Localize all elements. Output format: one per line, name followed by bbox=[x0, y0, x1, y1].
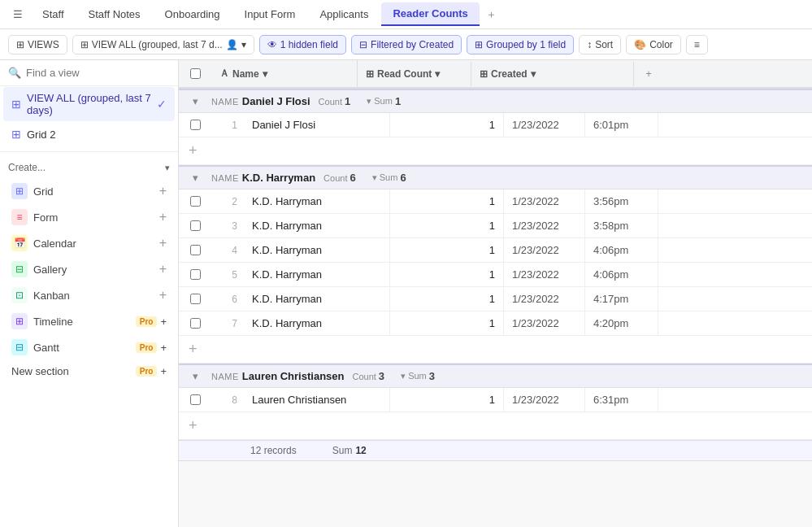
add-tab-button[interactable]: ＋ bbox=[481, 4, 502, 25]
select-all-checkbox[interactable] bbox=[190, 68, 201, 79]
row-checkbox[interactable] bbox=[179, 196, 211, 207]
add-calendar-button[interactable]: + bbox=[159, 236, 167, 250]
header-checkbox[interactable] bbox=[179, 62, 211, 85]
view-all-button[interactable]: ⊞ VIEW ALL (grouped, last 7 d... 👤 ▾ bbox=[72, 35, 254, 54]
check-icon: ✓ bbox=[157, 98, 167, 111]
table-row[interactable]: 8 Lauren Christiansen 1 1/23/2022 6:31pm bbox=[179, 388, 812, 412]
kanban-create-icon: ⊡ bbox=[11, 287, 28, 303]
table-row[interactable]: 4 K.D. Harryman 1 1/23/2022 4:06pm bbox=[179, 238, 812, 263]
group-count-label: Count bbox=[323, 173, 347, 183]
view-all-label: VIEW ALL (grouped, last 7 d... bbox=[92, 39, 223, 50]
create-gantt-item[interactable]: ⊟ Gantt Pro + bbox=[3, 335, 175, 359]
add-gallery-button[interactable]: + bbox=[159, 262, 167, 277]
tab-input-form[interactable]: Input Form bbox=[233, 3, 307, 25]
person-icon: 👤 bbox=[226, 39, 238, 50]
add-kanban-button[interactable]: + bbox=[159, 288, 167, 303]
row-select-checkbox[interactable] bbox=[190, 220, 201, 231]
add-row-button[interactable]: + bbox=[179, 339, 207, 359]
col-readcount-sort-icon: ▾ bbox=[435, 68, 440, 80]
row-checkbox[interactable] bbox=[179, 294, 211, 304]
hidden-field-button[interactable]: 👁 1 hidden field bbox=[259, 35, 346, 54]
tab-onboarding[interactable]: Onboarding bbox=[154, 3, 232, 25]
color-label: Color bbox=[649, 39, 673, 50]
add-grid-button[interactable]: + bbox=[159, 184, 167, 198]
add-col-button[interactable]: + bbox=[634, 68, 663, 80]
create-calendar-item[interactable]: 📅 Calendar + bbox=[3, 231, 175, 255]
filter-button[interactable]: ⊟ Filtered by Created bbox=[351, 35, 462, 54]
row-checkbox[interactable] bbox=[179, 120, 211, 130]
add-new-section-button[interactable]: + bbox=[160, 365, 167, 377]
cell-created-date: 1/23/2022 bbox=[504, 311, 585, 335]
tab-reader-counts[interactable]: Reader Counts bbox=[381, 2, 479, 26]
create-gallery-item[interactable]: ⊟ Gallery + bbox=[3, 257, 175, 281]
group-toggle[interactable]: ▾ bbox=[179, 172, 211, 184]
row-select-checkbox[interactable] bbox=[190, 196, 201, 207]
table-row[interactable]: 5 K.D. Harryman 1 1/23/2022 4:06pm bbox=[179, 263, 812, 287]
col-readcount-label: Read Count bbox=[377, 68, 432, 80]
new-section-pro-add: Pro + bbox=[136, 365, 167, 377]
views-label: VIEWS bbox=[28, 39, 59, 50]
table-row[interactable]: 3 K.D. Harryman 1 1/23/2022 3:58pm bbox=[179, 214, 812, 238]
create-section-header[interactable]: Create... ▾ bbox=[0, 157, 178, 178]
row-select-checkbox[interactable] bbox=[190, 120, 201, 130]
cell-created-time: 4:06pm bbox=[585, 238, 658, 262]
search-input[interactable] bbox=[26, 67, 170, 79]
row-height-button[interactable]: ≡ bbox=[686, 35, 708, 54]
sidebar-item-view-all[interactable]: ⊞ VIEW ALL (grouped, last 7 days) ✓ bbox=[3, 87, 175, 121]
row-checkbox[interactable] bbox=[179, 269, 211, 280]
create-kanban-item[interactable]: ⊡ Kanban + bbox=[3, 283, 175, 307]
group-toggle[interactable]: ▾ bbox=[179, 95, 211, 107]
row-number: 1 bbox=[211, 120, 244, 131]
create-timeline-label: Timeline bbox=[33, 316, 73, 328]
row-number: 5 bbox=[211, 269, 244, 281]
row-checkbox[interactable] bbox=[179, 394, 211, 405]
views-icon: ⊞ bbox=[16, 39, 24, 50]
footer-records-label: 12 records bbox=[179, 445, 297, 456]
add-timeline-button[interactable]: + bbox=[160, 316, 167, 328]
cell-readcount: 1 bbox=[390, 287, 504, 311]
cell-created-time: 4:17pm bbox=[585, 287, 658, 311]
calendar-create-icon: 📅 bbox=[11, 235, 28, 251]
table-row[interactable]: 7 K.D. Harryman 1 1/23/2022 4:20pm bbox=[179, 311, 812, 336]
table-row[interactable]: 1 Daniel J Flosi 1 1/23/2022 6:01pm bbox=[179, 113, 812, 137]
gallery-create-icon: ⊟ bbox=[11, 261, 28, 277]
sidebar-item-grid2[interactable]: ⊞ Grid 2 bbox=[3, 123, 175, 146]
add-gantt-button[interactable]: + bbox=[160, 342, 167, 354]
tab-staff[interactable]: Staff bbox=[31, 3, 76, 25]
cell-created-time: 4:20pm bbox=[585, 311, 658, 335]
views-button[interactable]: ⊞ VIEWS bbox=[8, 35, 67, 54]
row-checkbox[interactable] bbox=[179, 245, 211, 255]
cell-name: K.D. Harryman bbox=[244, 311, 390, 335]
add-row: + bbox=[179, 336, 812, 364]
hamburger-icon[interactable]: ☰ bbox=[7, 8, 29, 20]
create-grid-item[interactable]: ⊞ Grid + bbox=[3, 179, 175, 203]
create-form-item[interactable]: ≡ Form + bbox=[3, 205, 175, 229]
new-section-item[interactable]: New section Pro + bbox=[3, 361, 175, 381]
row-select-checkbox[interactable] bbox=[190, 269, 201, 280]
cell-created-date: 1/23/2022 bbox=[504, 287, 585, 311]
create-kanban-label: Kanban bbox=[33, 290, 70, 302]
row-select-checkbox[interactable] bbox=[190, 294, 201, 304]
add-row-button[interactable]: + bbox=[179, 416, 207, 436]
table-row[interactable]: 6 K.D. Harryman 1 1/23/2022 4:17pm bbox=[179, 287, 812, 311]
row-checkbox[interactable] bbox=[179, 318, 211, 329]
row-select-checkbox[interactable] bbox=[190, 394, 201, 405]
add-row-button[interactable]: + bbox=[179, 141, 207, 161]
row-select-checkbox[interactable] bbox=[190, 245, 201, 255]
create-timeline-item[interactable]: ⊞ Timeline Pro + bbox=[3, 309, 175, 333]
cell-created-date: 1/23/2022 bbox=[504, 238, 585, 262]
cell-created-time: 3:56pm bbox=[585, 189, 658, 213]
add-form-button[interactable]: + bbox=[159, 210, 167, 224]
tab-staff-notes[interactable]: Staff Notes bbox=[77, 3, 152, 25]
tab-applicants[interactable]: Applicants bbox=[308, 3, 380, 25]
group-button[interactable]: ⊞ Grouped by 1 field bbox=[467, 35, 574, 54]
cell-created-date: 1/23/2022 bbox=[504, 263, 585, 286]
color-button[interactable]: 🎨 Color bbox=[626, 35, 681, 54]
created-col-icon: ⊞ bbox=[480, 68, 488, 80]
row-checkbox[interactable] bbox=[179, 220, 211, 231]
row-select-checkbox[interactable] bbox=[190, 318, 201, 329]
group-toggle[interactable]: ▾ bbox=[179, 370, 211, 382]
grid-icon: ⊞ bbox=[80, 39, 89, 50]
sort-button[interactable]: ↕ Sort bbox=[579, 35, 621, 54]
table-row[interactable]: 2 K.D. Harryman 1 1/23/2022 3:56pm bbox=[179, 189, 812, 214]
